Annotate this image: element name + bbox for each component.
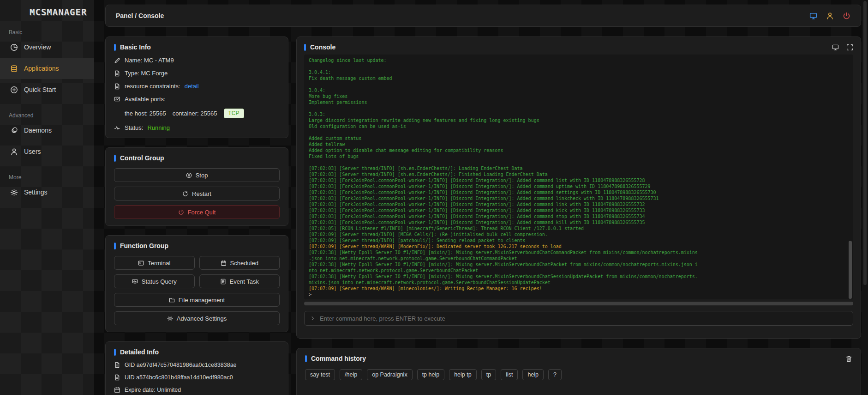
command-history-list: say test /help op Padraignix tp help hel…	[305, 369, 852, 380]
console-line: [07:02:09] [Server thread/INFO] [MEGA Ce…	[309, 231, 849, 237]
event-task-button[interactable]: Event Task	[199, 274, 280, 288]
port-icon	[114, 96, 120, 103]
console-line	[309, 129, 849, 135]
sidebar-item-label: Overview	[24, 43, 51, 51]
resource-detail-link[interactable]: detail	[185, 83, 199, 90]
user-icon[interactable]	[826, 12, 834, 20]
command-history-chip[interactable]: tp help	[417, 369, 445, 380]
terminal-icon	[138, 260, 144, 266]
console-output[interactable]: Changelog since last update: 3.0.4.1: Fi…	[304, 55, 853, 299]
protocol-badge: TCP	[224, 109, 244, 118]
accent-bar	[304, 44, 306, 51]
trash-icon[interactable]	[845, 355, 852, 362]
file-icon	[114, 83, 120, 90]
sidebar-item-users[interactable]: Users	[0, 141, 94, 162]
display-icon[interactable]	[809, 12, 817, 20]
function-buttons: Terminal Scheduled Status Query Event Ta…	[114, 256, 280, 325]
console-header: Console	[304, 43, 853, 51]
console-line: [07:02:05] [RCON Listener #1/INFO] [mine…	[309, 225, 849, 231]
console-line: [07:02:03] [ForkJoinPool.commonPool-work…	[309, 207, 849, 213]
gear-icon	[167, 316, 173, 322]
app-logo: MCSMANAGER	[30, 7, 94, 17]
uid-row: UID a574bc6c801b48ffaa14d10edf980ac0	[114, 374, 280, 381]
console-line: Added option to disable chat message edi…	[309, 147, 849, 153]
event-task-icon	[220, 279, 226, 285]
console-line: Added custom status	[309, 135, 849, 141]
host-port: the host: 25565	[125, 110, 166, 117]
chevron-right-icon	[310, 316, 316, 321]
console-line: [07:02:03] [Server thread/INFO] [sh.en.E…	[309, 171, 849, 177]
control-buttons: Stop Restart Force Quit	[114, 168, 280, 219]
command-input-wrap	[304, 311, 853, 326]
command-history-chip[interactable]: /help	[340, 369, 362, 380]
command-history-chip[interactable]: tp	[481, 369, 496, 380]
status-query-button[interactable]: Status Query	[114, 274, 195, 288]
console-line: [07:02:03] [ForkJoinPool.commonPool-work…	[309, 183, 849, 189]
force-quit-button[interactable]: Force Quit	[114, 205, 280, 219]
console-line	[309, 159, 849, 165]
sidebar-item-label: Daemons	[24, 127, 52, 134]
command-history-chip[interactable]: op Padraignix	[367, 369, 412, 380]
console-line: [07:02:38] [Netty Epoll Server IO #1/INF…	[309, 273, 849, 280]
command-history-chip[interactable]: ?	[548, 369, 562, 380]
command-history-header: Command history	[305, 355, 852, 362]
sidebar-item-overview[interactable]: Overview	[0, 36, 94, 58]
file-management-button[interactable]: File management	[114, 293, 280, 307]
console-line: Fix death message custom embed	[309, 75, 849, 81]
accent-bar	[305, 355, 307, 362]
console-line	[309, 81, 849, 87]
console-line: [07:02:09] [Server thread/WARN] [ModernF…	[309, 243, 849, 249]
breadcrumb: Panel / Console	[116, 12, 164, 19]
sidebar-item-label: Settings	[24, 188, 48, 196]
content: Basic Info Name: MC - ATM9 Type: MC Forg…	[105, 36, 861, 395]
stop-button[interactable]: Stop	[114, 168, 280, 182]
sidebar-item-settings[interactable]: Settings	[0, 182, 94, 203]
scheduled-button[interactable]: Scheduled	[199, 256, 280, 270]
resource-constraints-row: resource constraints: detail	[114, 83, 280, 90]
console-header-icons	[832, 44, 853, 51]
console-line: >	[309, 292, 849, 298]
command-history-chip[interactable]: help tp	[449, 369, 477, 380]
right-column: Console Changelog since last update: 3.0…	[296, 36, 861, 395]
command-history-chip[interactable]: help	[522, 369, 544, 380]
sidebar: MCSMANAGER Basic Overview Applications Q…	[0, 0, 94, 395]
console-line: Changelog since last update:	[309, 57, 849, 63]
file-icon	[114, 70, 120, 77]
sidebar-item-daemons[interactable]: Daemons	[0, 120, 94, 141]
gid-row: GID ae97df47c570481986aa0c1ce83838ae	[114, 362, 280, 368]
console-line: [07:02:03] [ForkJoinPool.commonPool-work…	[309, 201, 849, 207]
topbar-icons	[809, 12, 850, 20]
page-scrollbar[interactable]	[862, 0, 868, 395]
sidebar-item-applications[interactable]: Applications	[0, 58, 94, 79]
command-input[interactable]	[320, 315, 847, 322]
command-history-chip[interactable]: list	[501, 369, 518, 380]
console-horizontal-scrollbar[interactable]	[304, 302, 853, 305]
instance-name-row: Name: MC - ATM9	[114, 57, 280, 64]
accent-bar	[114, 44, 116, 51]
fullscreen-icon[interactable]	[846, 44, 853, 51]
cluster-icon	[10, 127, 18, 134]
power-icon[interactable]	[843, 12, 850, 20]
advanced-settings-button[interactable]: Advanced Settings	[114, 311, 280, 325]
command-history-card: Command history say test /help op Padrai…	[296, 348, 861, 395]
expire-date-row: Expire date: Unlimited	[114, 387, 280, 393]
basic-info-title: Basic Info	[114, 43, 280, 51]
console-vertical-scrollbar-thumb[interactable]	[849, 241, 852, 299]
page-scrollbar-thumb[interactable]	[863, 1, 867, 285]
console-line: [07:02:03] [Server thread/INFO] [sh.en.E…	[309, 165, 849, 171]
command-history-chip[interactable]: say test	[305, 369, 335, 380]
status-row: Status: Running	[114, 124, 280, 131]
sidebar-item-label: Quick Start	[24, 86, 56, 93]
container-port: container: 25565	[173, 110, 217, 117]
console-line: [07:02:09] [Server thread/INFO] [patchou…	[309, 237, 849, 243]
console-line: [07:02:38] [Netty Epoll Server IO #1/INF…	[309, 261, 849, 267]
terminal-button[interactable]: Terminal	[114, 256, 195, 270]
sidebar-item-quick-start[interactable]: Quick Start	[0, 79, 94, 100]
ports-values-row: the host: 25565 container: 25565 TCP	[125, 109, 280, 118]
command-history-title: Command history	[305, 355, 366, 362]
monitor-icon[interactable]	[832, 44, 839, 51]
user-icon	[10, 148, 18, 156]
restart-button[interactable]: Restart	[114, 187, 280, 201]
left-column: Basic Info Name: MC - ATM9 Type: MC Forg…	[105, 36, 288, 395]
console-line: Old configuration can be used as-is	[309, 123, 849, 129]
